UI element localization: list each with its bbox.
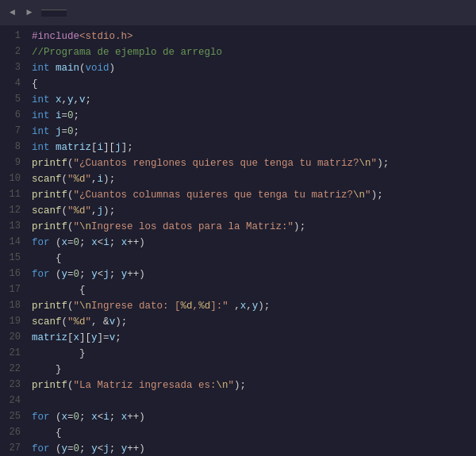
line-number: 21 [5,346,21,362]
code-line: scanf("%d",i); [32,171,476,187]
code-line: int main(void) [32,60,476,76]
line-number: 11 [5,187,21,203]
code-line: printf("La Matriz ingresada es:\n"); [32,377,476,393]
line-number: 22 [5,362,21,377]
forward-arrow-icon[interactable]: ► [23,6,35,20]
code-line: printf("\nIngrese dato: [%d,%d]:" ,x,y); [32,298,476,314]
line-number: 14 [5,235,21,251]
line-numbers: 1234567891011121314151617181920212223242… [0,25,29,456]
line-number: 19 [5,314,21,330]
code-line: printf("¿Cuantos columnas quieres que te… [32,187,476,203]
code-line: { [32,425,476,441]
code-line: int j=0; [32,124,476,140]
editor-area: 1234567891011121314151617181920212223242… [0,25,476,456]
line-number: 3 [5,60,21,76]
line-number: 2 [5,44,21,60]
line-number: 16 [5,266,21,282]
line-number: 15 [5,251,21,266]
line-number: 4 [5,76,21,92]
line-number: 8 [5,140,21,155]
line-number: 12 [5,203,21,219]
line-number: 23 [5,377,21,393]
code-line: int i=0; [32,108,476,124]
file-tab[interactable] [41,10,67,17]
code-line: { [32,251,476,266]
line-number: 5 [5,92,21,108]
line-number: 26 [5,425,21,441]
code-line: for (x=0; x<i; x++) [32,409,476,425]
code-line: for (y=0; y<j; y++) [32,441,476,456]
line-number: 10 [5,171,21,187]
line-number: 17 [5,282,21,298]
code-line: int x,y,v; [32,92,476,108]
code-line: scanf("%d", &v); [32,314,476,330]
code-line: //Programa de ejemplo de arreglo [32,44,476,60]
code-line: } [32,362,476,377]
line-number: 1 [5,29,21,44]
code-line: { [32,76,476,92]
code-line: { [32,282,476,298]
line-number: 27 [5,441,21,456]
code-content[interactable]: #include<stdio.h>//Programa de ejemplo d… [29,25,476,456]
line-number: 13 [5,219,21,235]
code-line: printf("\nIngrese los datos para la Matr… [32,219,476,235]
code-line: for (x=0; x<i; x++) [32,235,476,251]
code-line: printf("¿Cuantos renglones quieres que t… [32,155,476,171]
line-number: 25 [5,409,21,425]
code-line [32,393,476,409]
code-line: } [32,346,476,362]
line-number: 7 [5,124,21,140]
code-line: int matriz[i][j]; [32,140,476,155]
code-line: scanf("%d",j); [32,203,476,219]
back-arrow-icon[interactable]: ◄ [6,6,18,20]
line-number: 24 [5,393,21,409]
code-line: #include<stdio.h> [32,29,476,44]
line-number: 20 [5,330,21,346]
code-line: for (y=0; y<j; y++) [32,266,476,282]
code-line: matriz[x][y]=v; [32,330,476,346]
line-number: 18 [5,298,21,314]
line-number: 6 [5,108,21,124]
title-bar: ◄ ► [0,0,476,25]
line-number: 9 [5,155,21,171]
